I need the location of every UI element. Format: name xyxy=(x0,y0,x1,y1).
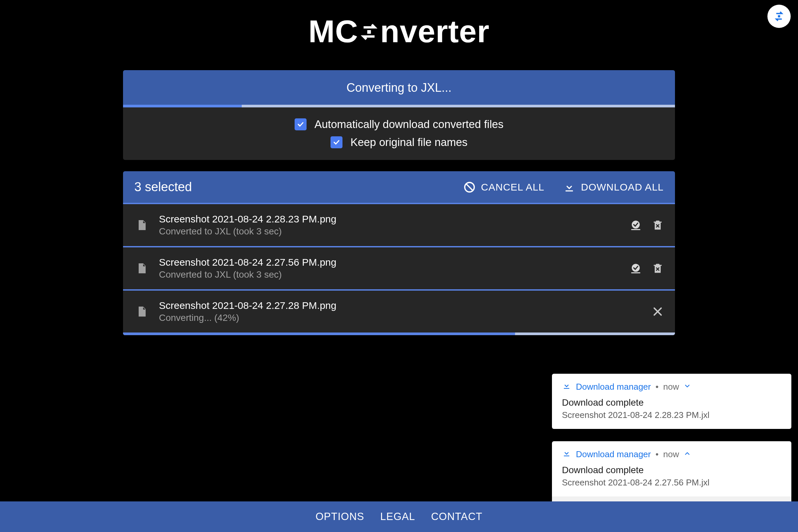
svg-rect-0 xyxy=(778,15,780,18)
notification-separator: • xyxy=(656,449,658,459)
download-all-button[interactable]: DOWNLOAD ALL xyxy=(563,181,664,193)
options-panel: Automatically download converted files K… xyxy=(123,108,675,160)
brand-logo: MCnverter xyxy=(123,13,675,50)
image-file-icon xyxy=(134,306,149,318)
auto-download-label: Automatically download converted files xyxy=(315,118,504,131)
file-status: Converting... (42%) xyxy=(159,312,652,323)
file-status: Converted to JXL (took 3 sec) xyxy=(159,226,630,237)
footer-link-legal[interactable]: LEGAL xyxy=(380,511,415,523)
swap-icon xyxy=(358,14,380,50)
delete-file-button[interactable] xyxy=(652,219,664,231)
downloaded-icon[interactable] xyxy=(630,219,642,231)
file-name: Screenshot 2021-08-24 2.27.28 PM.png xyxy=(159,300,652,311)
download-icon xyxy=(562,381,571,393)
image-file-icon xyxy=(134,219,149,231)
footer-link-options[interactable]: OPTIONS xyxy=(316,511,364,523)
chevron-down-icon[interactable] xyxy=(684,382,691,392)
cancel-all-label: CANCEL ALL xyxy=(481,182,545,193)
notification-time: now xyxy=(663,382,679,392)
chevron-up-icon[interactable] xyxy=(684,449,691,459)
file-row: Screenshot 2021-08-24 2.28.23 PM.png Con… xyxy=(123,203,675,246)
overall-progress-fill xyxy=(123,105,242,108)
notification-app: Download manager xyxy=(576,449,651,459)
file-status: Converted to JXL (took 3 sec) xyxy=(159,269,630,280)
app-badge[interactable] xyxy=(767,5,791,28)
notification-time: now xyxy=(663,449,679,459)
notification-title: Download complete xyxy=(562,465,781,475)
auto-download-checkbox[interactable] xyxy=(294,118,307,130)
delete-file-button[interactable] xyxy=(652,262,664,274)
download-icon xyxy=(562,449,571,460)
notification-title: Download complete xyxy=(562,397,781,408)
notification-file: Screenshot 2021-08-24 2.28.23 PM.jxl xyxy=(562,410,781,420)
footer: OPTIONS LEGAL CONTACT xyxy=(0,501,798,532)
svg-point-4 xyxy=(632,221,640,229)
keep-names-label: Keep original file names xyxy=(350,136,468,149)
download-notification[interactable]: Download manager • now Download complete… xyxy=(552,374,791,429)
downloaded-icon[interactable] xyxy=(630,262,642,274)
conversion-status: Converting to JXL... xyxy=(123,70,675,105)
file-list-header: 3 selected CANCEL ALL DOWNLOAD ALL xyxy=(123,171,675,203)
notification-app: Download manager xyxy=(576,382,651,392)
conversion-card: Converting to JXL... Automatically downl… xyxy=(123,70,675,160)
svg-rect-1 xyxy=(367,30,371,34)
brand-pre: MC xyxy=(308,14,358,49)
svg-rect-7 xyxy=(631,272,640,273)
file-name: Screenshot 2021-08-24 2.28.23 PM.png xyxy=(159,213,630,225)
cancel-file-button[interactable] xyxy=(652,306,664,318)
keep-names-checkbox[interactable] xyxy=(330,136,342,148)
svg-line-3 xyxy=(466,184,473,190)
notification-file: Screenshot 2021-08-24 2.27.56 PM.jxl xyxy=(562,477,781,488)
file-name: Screenshot 2021-08-24 2.27.56 PM.png xyxy=(159,257,630,268)
cancel-all-button[interactable]: CANCEL ALL xyxy=(463,181,545,193)
selection-count: 3 selected xyxy=(134,180,444,194)
footer-link-contact[interactable]: CONTACT xyxy=(431,511,482,523)
file-progress-fill xyxy=(123,332,515,335)
file-list-card: 3 selected CANCEL ALL DOWNLOAD ALL Scree… xyxy=(123,171,675,335)
notification-separator: • xyxy=(656,382,658,392)
file-row: Screenshot 2021-08-24 2.27.56 PM.png Con… xyxy=(123,246,675,289)
file-progress-track xyxy=(123,332,675,335)
overall-progress-track xyxy=(123,105,675,108)
brand-post: nverter xyxy=(380,14,490,49)
image-file-icon xyxy=(134,262,149,274)
download-all-label: DOWNLOAD ALL xyxy=(581,182,664,193)
svg-rect-5 xyxy=(631,229,640,230)
file-row: Screenshot 2021-08-24 2.27.28 PM.png Con… xyxy=(123,289,675,332)
svg-point-6 xyxy=(632,264,640,272)
